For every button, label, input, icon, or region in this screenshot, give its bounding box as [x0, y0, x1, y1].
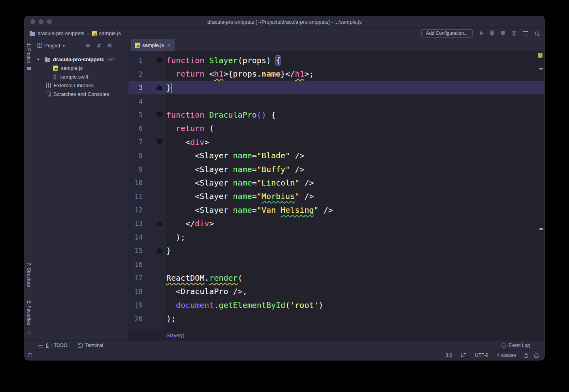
code-area[interactable]: function Slayer(props) { return <h1>{pro…	[166, 51, 544, 330]
editor-gutter: 1234567891011121314151617181920	[128, 51, 166, 330]
fold-start-icon[interactable]	[156, 139, 162, 145]
line-number[interactable]: 15	[128, 247, 143, 255]
code-line[interactable]: ReactDOM.render(	[166, 271, 544, 285]
tree-item-dracula-pro-snippets[interactable]: ▾dracula-pro-snippets~/P	[33, 55, 128, 64]
minimize-window-icon[interactable]	[39, 19, 43, 24]
code-line[interactable]	[166, 94, 544, 108]
caret-position[interactable]: 3:2	[445, 353, 452, 358]
line-number[interactable]: 6	[128, 124, 143, 132]
code-line[interactable]: <Slayer name="Buffy" />	[166, 163, 544, 176]
line-number[interactable]: 2	[128, 70, 143, 78]
fold-end-icon[interactable]	[156, 248, 162, 253]
screen-icon[interactable]	[523, 31, 528, 35]
fold-start-icon[interactable]	[156, 58, 162, 63]
gutter-row: 9	[128, 163, 166, 176]
tool-window-button-event-log[interactable]: Event Log	[501, 343, 530, 348]
line-number[interactable]: 11	[128, 193, 143, 201]
inspections-indicator[interactable]	[538, 53, 543, 58]
line-number[interactable]: 19	[128, 301, 143, 309]
navigation-bar: dracula-pro-snippets›sample.js	[30, 30, 121, 36]
line-number[interactable]: 12	[128, 206, 143, 214]
add-configuration-button[interactable]: Add Configuration...	[421, 29, 473, 38]
line-number[interactable]: 7	[128, 138, 143, 146]
coverage-icon[interactable]	[501, 31, 505, 36]
fold-start-icon[interactable]	[156, 112, 162, 118]
code-line[interactable]: function Slayer(props) {	[166, 54, 544, 67]
tool-strip-button-2-favorites[interactable]: 2: Favorites	[26, 300, 32, 325]
hide-panel-icon[interactable]	[119, 42, 123, 49]
tool-strip-button-1-project[interactable]: 1: Project	[26, 43, 32, 63]
tree-item-external-libraries[interactable]: External Libraries	[33, 81, 128, 90]
tool-window-button-6-todo[interactable]: 6: TODO	[38, 343, 68, 348]
code-line[interactable]: }	[166, 244, 544, 257]
tab-sample-js[interactable]: sample.js ×	[131, 39, 175, 51]
line-number[interactable]: 10	[128, 179, 143, 187]
breadcrumb-item-dracula-pro-snippets[interactable]: dracula-pro-snippets	[30, 30, 85, 36]
titlebar[interactable]: dracula-pro-snippets [~/Projects/dracula…	[25, 16, 544, 28]
tool-strip-button-7-structure[interactable]: 7: Structure	[26, 263, 32, 287]
project-panel-title[interactable]: Project	[44, 43, 60, 49]
debug-icon[interactable]	[490, 31, 494, 36]
fold-end-icon[interactable]	[156, 85, 162, 90]
code-line[interactable]: <Slayer name="Lincoln" />	[166, 176, 544, 189]
code-line[interactable]: }	[166, 81, 544, 94]
collapse-all-icon[interactable]	[97, 42, 101, 49]
run-icon[interactable]	[480, 31, 484, 36]
chevron-down-icon[interactable]	[62, 42, 65, 49]
code-line[interactable]: <Slayer name="Morbius" />	[166, 189, 544, 203]
code-line[interactable]: <DraculaPro />,	[166, 285, 544, 298]
line-number[interactable]: 4	[128, 98, 143, 105]
code-line[interactable]: </div>	[166, 217, 544, 230]
code-line[interactable]: document.getElementById('root')	[166, 298, 544, 312]
warning-stripe-mark[interactable]	[539, 228, 543, 230]
line-number[interactable]: 16	[128, 261, 143, 268]
line-number[interactable]: 17	[128, 274, 143, 282]
fold-end-icon[interactable]	[156, 221, 162, 226]
library-icon	[46, 83, 47, 88]
code-line[interactable]: return <h1>{props.name}</h1>;	[166, 67, 544, 81]
code-line[interactable]: return (	[166, 122, 544, 135]
locate-file-icon[interactable]	[86, 42, 90, 49]
code-line[interactable]	[166, 258, 544, 271]
close-tab-icon[interactable]: ×	[167, 42, 171, 48]
file-encoding[interactable]: UTF-8	[475, 353, 488, 358]
warning-stripe-mark[interactable]	[539, 68, 543, 69]
code-token: document	[176, 300, 214, 310]
line-number[interactable]: 14	[128, 233, 143, 241]
profiler-icon[interactable]	[512, 31, 516, 36]
code-line[interactable]: <Slayer name="Van Helsing" />	[166, 203, 544, 217]
line-number[interactable]: 8	[128, 152, 143, 159]
breadcrumb-context[interactable]: Slayer()	[166, 332, 185, 338]
code-editor[interactable]: 1234567891011121314151617181920 function…	[128, 51, 544, 330]
indent-style[interactable]: 4 spaces	[497, 353, 516, 358]
line-number[interactable]: 18	[128, 288, 143, 296]
resize-grip-icon[interactable]	[28, 353, 32, 357]
line-separator[interactable]: LF	[461, 353, 466, 358]
code-line[interactable]: <div>	[166, 135, 544, 149]
settings-gear-icon[interactable]	[107, 42, 112, 49]
tree-item-sample-swift[interactable]: sample.swift	[33, 72, 128, 81]
line-number[interactable]: 1	[128, 56, 143, 64]
code-token: <Slayer	[166, 205, 233, 215]
tree-item-sample-js[interactable]: sample.js	[33, 64, 128, 72]
favorites-star-icon[interactable]	[26, 329, 31, 336]
code-line[interactable]: );	[166, 231, 544, 244]
lock-icon[interactable]	[524, 354, 528, 358]
inspections-icon[interactable]	[534, 353, 539, 358]
breadcrumb-item-sample-js[interactable]: sample.js	[92, 30, 121, 36]
close-window-icon[interactable]	[30, 19, 35, 24]
code-line[interactable]: function DraculaPro() {	[166, 108, 544, 122]
code-line[interactable]: );	[166, 312, 544, 325]
zoom-window-icon[interactable]	[47, 19, 52, 24]
search-icon[interactable]	[535, 32, 539, 35]
line-number[interactable]: 9	[128, 165, 143, 173]
tool-window-button-terminal[interactable]: Terminal	[78, 343, 103, 348]
line-number[interactable]: 3	[128, 84, 143, 92]
line-number[interactable]: 5	[128, 111, 143, 119]
line-number[interactable]: 20	[128, 315, 143, 323]
code-line[interactable]: <Slayer name="Blade" />	[166, 149, 544, 162]
line-number[interactable]: 13	[128, 219, 143, 227]
mnemonic: 6	[46, 343, 49, 348]
tree-item-scratches-and-consoles[interactable]: Scratches and Consoles	[33, 90, 128, 98]
chevron-down-icon[interactable]: ▾	[37, 57, 42, 62]
